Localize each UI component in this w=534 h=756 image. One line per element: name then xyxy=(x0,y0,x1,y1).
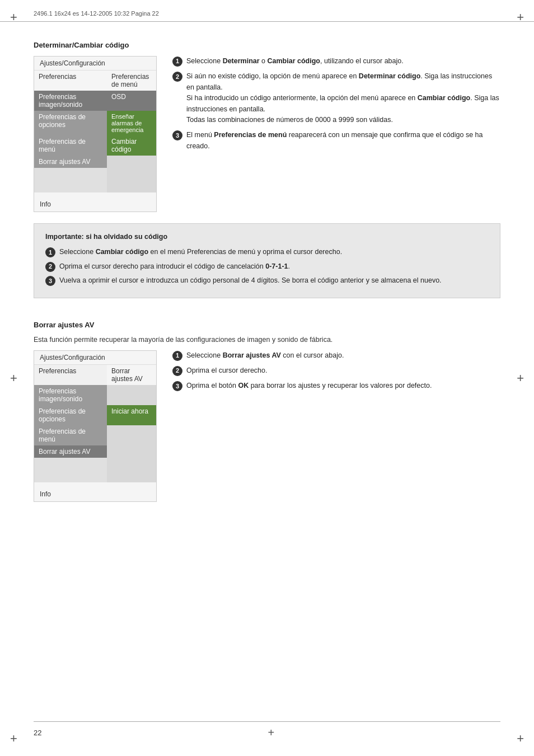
instr-num-1: 1 xyxy=(172,57,182,67)
instr-text-2: Si aún no existe código, la opción de me… xyxy=(186,71,500,125)
s2-menu-row-1-right: Borrar ajustes AV xyxy=(107,365,156,385)
section1-layout: Ajustes/Configuración Preferencias Prefe… xyxy=(34,56,500,212)
s2-menu-sep xyxy=(34,482,156,487)
section2-instructions: 1 Seleccione Borrar ajustes AV con el cu… xyxy=(172,350,500,396)
imp-item-2: 2 Oprima el cursor derecho para introduc… xyxy=(45,261,489,272)
instr2-num-1: 1 xyxy=(172,351,182,361)
section1-menu-title: Ajustes/Configuración xyxy=(34,57,156,71)
menu-row-2-right: OSD xyxy=(107,91,156,111)
s2-menu-row-2: Preferencias imagen/sonido xyxy=(34,385,156,405)
crosshair-top-left: + xyxy=(10,10,17,25)
section2-layout: Ajustes/Configuración Preferencias Borra… xyxy=(34,350,500,502)
important-title: Importante: si ha olvidado su código xyxy=(45,232,489,242)
instr-2-1: 1 Seleccione Borrar ajustes AV con el cu… xyxy=(172,350,500,361)
imp-item-1: 1 Seleccione Cambiar código en el menú P… xyxy=(45,247,489,257)
menu-row-4: Preferencias de menú Cambiar código xyxy=(34,135,156,156)
instr-1-1: 1 Seleccione Determinar o Cambiar código… xyxy=(172,56,500,67)
s2-menu-row-6 xyxy=(34,458,156,470)
menu-row-1-left: Preferencias xyxy=(34,71,107,91)
header: 2496.1 16x24 es 14-12-2005 10:32 Pagina … xyxy=(0,0,534,22)
section2-desc: Esta función permite recuperar la mayorí… xyxy=(34,336,500,344)
s2-menu-row-3: Preferencias de opciones Iniciar ahora xyxy=(34,405,156,425)
s2-menu-row-6-left xyxy=(34,458,107,470)
menu-info-1: Info xyxy=(34,197,156,212)
section1-menu-box: Ajustes/Configuración Preferencias Prefe… xyxy=(34,56,157,212)
s2-menu-row-5: Borrar ajustes AV xyxy=(34,445,156,458)
imp-text-3: Vuelva a oprimir el cursor e introduzca … xyxy=(59,275,489,286)
instr2-text-3: Oprima el botón OK para borrar los ajust… xyxy=(186,381,500,391)
section1-title: Determinar/Cambiar código xyxy=(34,41,500,49)
s2-menu-row-7 xyxy=(34,470,156,482)
menu-row-5-right xyxy=(107,156,156,168)
instr2-num-2: 2 xyxy=(172,366,182,376)
footer-crosshair: + xyxy=(268,726,274,739)
menu-row-3: Preferencias de opciones Enseñar alarmas… xyxy=(34,111,156,135)
section1-instructions: 1 Seleccione Determinar o Cambiar código… xyxy=(172,56,500,156)
imp-num-1: 1 xyxy=(45,247,55,257)
page-number: 22 xyxy=(34,729,41,737)
instr-1-3: 3 El menú Preferencias de menú reaparece… xyxy=(172,130,500,152)
section2-title: Borrar ajustes AV xyxy=(34,321,500,329)
menu-row-7 xyxy=(34,180,156,192)
section2-menu-box: Ajustes/Configuración Preferencias Borra… xyxy=(34,350,157,502)
instr-text-1: Seleccione Determinar o Cambiar código, … xyxy=(186,56,500,67)
instr-2-3: 3 Oprima el botón OK para borrar los aju… xyxy=(172,381,500,391)
instr-text-3: El menú Preferencias de menú reaparecerá… xyxy=(186,130,500,152)
imp-num-3: 3 xyxy=(45,276,55,286)
menu-row-4-right: Cambiar código xyxy=(107,135,156,156)
s2-menu-row-1: Preferencias Borrar ajustes AV xyxy=(34,365,156,385)
header-text: 2496.1 16x24 es 14-12-2005 10:32 Pagina … xyxy=(34,10,159,17)
s2-menu-row-4: Preferencias de menú xyxy=(34,425,156,445)
menu-row-1-right: Preferencias de menú xyxy=(107,71,156,91)
imp-text-1: Seleccione Cambiar código en el menú Pre… xyxy=(59,247,489,257)
crosshair-bot-left: + xyxy=(10,731,17,746)
crosshair-mid-right: + xyxy=(517,371,524,386)
s2-menu-row-5-left: Borrar ajustes AV xyxy=(34,445,107,458)
menu-row-1: Preferencias Preferencias de menú xyxy=(34,71,156,91)
crosshair-mid-left: + xyxy=(10,371,17,386)
menu-row-5-left: Borrar ajustes AV xyxy=(34,156,107,168)
imp-text-2: Oprima el cursor derecho para introducir… xyxy=(59,261,489,272)
menu-row-3-left: Preferencias de opciones xyxy=(34,111,107,135)
s2-menu-row-4-right xyxy=(107,425,156,445)
instr-num-2: 2 xyxy=(172,72,182,82)
s2-menu-row-5-right xyxy=(107,445,156,458)
instr2-text-2: Oprima el cursor derecho. xyxy=(186,365,500,376)
important-box: Importante: si ha olvidado su código 1 S… xyxy=(34,223,500,298)
crosshair-bot-right: + xyxy=(517,731,524,746)
menu-row-2: Preferencias imagen/sonido OSD xyxy=(34,91,156,111)
crosshair-top-right: + xyxy=(517,10,524,25)
s2-menu-row-2-left: Preferencias imagen/sonido xyxy=(34,385,107,405)
imp-item-3: 3 Vuelva a oprimir el cursor e introduzc… xyxy=(45,275,489,286)
instr-1-2: 2 Si aún no existe código, la opción de … xyxy=(172,71,500,125)
menu-row-4-left: Preferencias de menú xyxy=(34,135,107,156)
menu-row-5: Borrar ajustes AV xyxy=(34,156,156,168)
menu-row-6 xyxy=(34,168,156,180)
s2-menu-row-3-right: Iniciar ahora xyxy=(107,405,156,425)
instr2-text-1: Seleccione Borrar ajustes AV con el curs… xyxy=(186,350,500,361)
menu-row-7-left xyxy=(34,180,107,192)
s2-menu-row-3-left: Preferencias de opciones xyxy=(34,405,107,425)
menu-row-2-left: Preferencias imagen/sonido xyxy=(34,91,107,111)
s2-menu-row-7-right xyxy=(107,470,156,482)
menu-row-6-right xyxy=(107,168,156,180)
s2-menu-row-6-right xyxy=(107,458,156,470)
menu-row-6-left xyxy=(34,168,107,180)
menu-row-7-right xyxy=(107,180,156,192)
instr2-num-3: 3 xyxy=(172,381,182,391)
s2-menu-row-7-left xyxy=(34,470,107,482)
imp-num-2: 2 xyxy=(45,262,55,272)
menu-row-3-right: Enseñar alarmas de emergencia xyxy=(107,111,156,135)
menu-sep-1 xyxy=(34,192,156,197)
page-footer: 22 + xyxy=(34,721,500,739)
s2-menu-row-1-left: Preferencias xyxy=(34,365,107,385)
instr-num-3: 3 xyxy=(172,130,182,140)
s2-menu-info: Info xyxy=(34,487,156,501)
instr-2-2: 2 Oprima el cursor derecho. xyxy=(172,365,500,376)
section2-menu-title: Ajustes/Configuración xyxy=(34,351,156,365)
s2-menu-row-2-right xyxy=(107,385,156,405)
s2-menu-row-4-left: Preferencias de menú xyxy=(34,425,107,445)
